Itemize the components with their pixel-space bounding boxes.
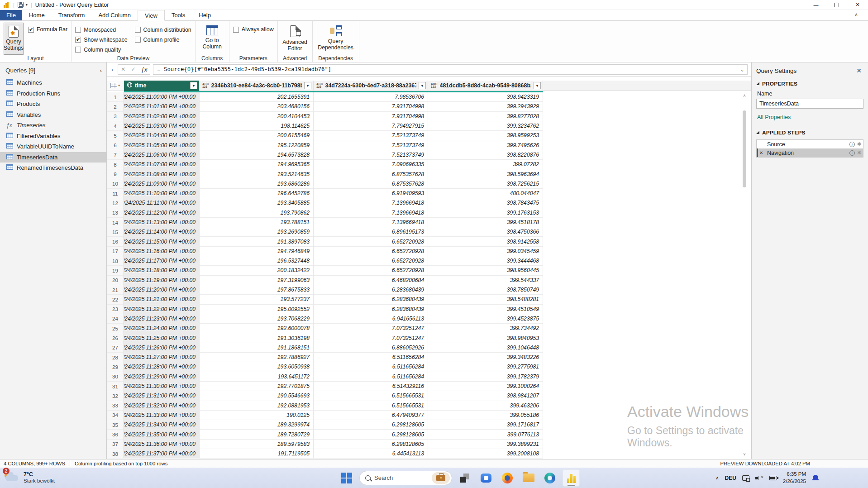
query-item-renamedtimeseriesdata[interactable]: RenamedTimeseriesData — [0, 163, 106, 173]
cell-r7-c4[interactable]: 398.8220876 — [428, 150, 543, 160]
row-number[interactable]: 34 — [107, 411, 124, 420]
tray-chevron-up-icon[interactable]: ∧ — [715, 475, 719, 480]
cell-r20-c2[interactable]: 197.3199063 — [200, 276, 314, 285]
checkbox-column-profile[interactable]: Column profile — [135, 36, 191, 43]
scrollbar-thumb[interactable] — [743, 110, 746, 187]
cell-r35-c4[interactable]: 399.1716817 — [428, 420, 543, 430]
cell-r9-c2[interactable]: 193.5214635 — [200, 169, 314, 179]
cell-r13-c2[interactable]: 193.790862 — [200, 208, 314, 218]
cell-r30-c4[interactable]: 399.1782379 — [428, 372, 543, 382]
query-item-variableuuidtoname[interactable]: VariableUUIDToName — [0, 141, 106, 152]
row-number[interactable]: 30 — [107, 372, 124, 382]
checkbox-column-distribution[interactable]: Column distribution — [135, 26, 191, 33]
cell-r8-c4[interactable]: 399.07282 — [428, 160, 543, 169]
row-number[interactable]: 29 — [107, 362, 124, 372]
cell-r28-c2[interactable]: 192.7886927 — [200, 353, 314, 362]
cell-r17-c2[interactable]: 194.7946849 — [200, 247, 314, 256]
menu-tab-help[interactable]: Help — [192, 10, 218, 20]
battery-icon[interactable] — [769, 476, 777, 480]
query-item-machines[interactable]: Machines — [0, 77, 106, 88]
cell-r15-c3[interactable]: 6.896195173 — [314, 227, 428, 237]
cell-r27-c1[interactable]: 2/24/2025 11:26:00 PM +00:00 — [124, 343, 200, 353]
cell-r4-c1[interactable]: 2/24/2025 11:03:00 PM +00:00 — [124, 121, 200, 131]
collapse-formula-bar-icon[interactable]: ‹ — [110, 66, 115, 73]
cell-r7-c3[interactable]: 7.521373749 — [314, 150, 428, 160]
cell-r36-c4[interactable]: 399.0776113 — [428, 430, 543, 439]
speaker-muted-icon[interactable]: × — [755, 475, 763, 481]
row-number[interactable]: 11 — [107, 189, 124, 198]
taskbar-app-chat[interactable] — [477, 469, 495, 487]
cell-r37-c2[interactable]: 189.5979583 — [200, 440, 314, 449]
cell-r9-c1[interactable]: 2/24/2025 11:08:00 PM +00:00 — [124, 169, 200, 179]
cell-r2-c3[interactable]: 7.931704998 — [314, 102, 428, 111]
row-number[interactable]: 14 — [107, 218, 124, 227]
cell-r1-c4[interactable]: 398.9423319 — [428, 92, 543, 102]
taskbar-app-browser[interactable] — [499, 469, 516, 487]
query-item-variables[interactable]: Variables — [0, 110, 106, 120]
cell-r11-c4[interactable]: 400.044047 — [428, 189, 543, 198]
quick-access-dropdown-icon[interactable]: ▾ — [26, 3, 28, 7]
cell-r1-c3[interactable]: 7.98536706 — [314, 92, 428, 102]
row-number[interactable]: 22 — [107, 295, 124, 304]
start-button[interactable] — [338, 469, 355, 487]
row-number[interactable]: 28 — [107, 353, 124, 362]
cell-r5-c3[interactable]: 7.521373749 — [314, 131, 428, 140]
cell-r4-c2[interactable]: 198.114625 — [200, 121, 314, 131]
row-number[interactable]: 12 — [107, 198, 124, 208]
cell-r17-c4[interactable]: 399.0345459 — [428, 247, 543, 256]
cell-r20-c4[interactable]: 399.544337 — [428, 276, 543, 285]
row-number[interactable]: 1 — [107, 92, 124, 102]
cell-r19-c2[interactable]: 200.1832422 — [200, 266, 314, 275]
step-info-icon[interactable]: i — [849, 150, 855, 156]
cell-r11-c1[interactable]: 2/24/2025 11:10:00 PM +00:00 — [124, 189, 200, 198]
cell-r18-c3[interactable]: 6.652720928 — [314, 256, 428, 266]
cell-r15-c4[interactable]: 398.4750366 — [428, 227, 543, 237]
cell-r25-c3[interactable]: 7.073251247 — [314, 324, 428, 333]
delete-step-icon[interactable]: ✕ — [759, 150, 765, 155]
cell-r4-c4[interactable]: 399.3234762 — [428, 121, 543, 131]
cell-r19-c3[interactable]: 6.652720928 — [314, 266, 428, 275]
cell-r38-c2[interactable]: 191.7119505 — [200, 449, 314, 459]
cell-r34-c2[interactable]: 190.0125 — [200, 411, 314, 420]
row-number[interactable]: 16 — [107, 237, 124, 246]
taskbar-app-explorer[interactable] — [520, 469, 537, 487]
cell-r29-c4[interactable]: 399.2775981 — [428, 362, 543, 372]
checkbox-column-quality[interactable]: Column quality — [75, 46, 127, 53]
weather-widget[interactable]: 2 7°C Stark bewölkt — [5, 469, 55, 485]
cell-r23-c1[interactable]: 2/24/2025 11:22:00 PM +00:00 — [124, 305, 200, 314]
applied-step-navigation[interactable]: ✕Navigationi✱ — [757, 148, 863, 157]
cell-r14-c4[interactable]: 399.4518178 — [428, 218, 543, 227]
column-header-uuid-2[interactable]: ABC12334d7224a-630b-4ed7-a318-88a2367a30… — [314, 81, 428, 91]
cell-r33-c2[interactable]: 192.0881953 — [200, 401, 314, 411]
cell-r18-c2[interactable]: 196.5327448 — [200, 256, 314, 266]
cell-r22-c2[interactable]: 193.577237 — [200, 295, 314, 304]
collapse-queries-panel-icon[interactable]: ‹ — [100, 67, 102, 74]
cell-r25-c4[interactable]: 399.734492 — [428, 324, 543, 333]
taskbar-app-task-view[interactable] — [456, 469, 473, 487]
status-profiling-info[interactable]: Column profiling based on top 1000 rows — [75, 461, 167, 466]
commit-formula-icon[interactable]: ✓ — [131, 66, 135, 72]
cell-r31-c2[interactable]: 192.7701875 — [200, 382, 314, 391]
cell-r31-c3[interactable]: 6.514329116 — [314, 382, 428, 391]
row-number[interactable]: 27 — [107, 343, 124, 353]
cell-r16-c1[interactable]: 2/24/2025 11:15:00 PM +00:00 — [124, 237, 200, 246]
cell-r14-c2[interactable]: 193.788151 — [200, 218, 314, 227]
cell-r24-c4[interactable]: 399.4523875 — [428, 314, 543, 324]
applied-steps-section-header[interactable]: APPLIED STEPS — [756, 129, 863, 136]
cell-r28-c1[interactable]: 2/24/2025 11:27:00 PM +00:00 — [124, 353, 200, 362]
cell-r6-c4[interactable]: 399.7495626 — [428, 140, 543, 150]
cell-r36-c2[interactable]: 189.7280729 — [200, 430, 314, 439]
cell-r11-c2[interactable]: 196.6452786 — [200, 189, 314, 198]
cell-r29-c3[interactable]: 6.511656284 — [314, 362, 428, 372]
cell-r19-c1[interactable]: 2/24/2025 11:18:00 PM +00:00 — [124, 266, 200, 275]
cell-r26-c4[interactable]: 398.9840953 — [428, 333, 543, 343]
cell-r22-c3[interactable]: 6.283680439 — [314, 295, 428, 304]
cell-r13-c1[interactable]: 2/24/2025 11:12:00 PM +00:00 — [124, 208, 200, 218]
cell-r22-c4[interactable]: 398.5488281 — [428, 295, 543, 304]
column-filter-icon[interactable]: ▾ — [534, 82, 541, 89]
cell-r6-c1[interactable]: 2/24/2025 11:05:00 PM +00:00 — [124, 140, 200, 150]
query-dependencies-button[interactable]: Query Dependencies — [316, 23, 355, 55]
row-number[interactable]: 10 — [107, 179, 124, 189]
cell-r22-c1[interactable]: 2/24/2025 11:21:00 PM +00:00 — [124, 295, 200, 304]
row-number[interactable]: 13 — [107, 208, 124, 218]
